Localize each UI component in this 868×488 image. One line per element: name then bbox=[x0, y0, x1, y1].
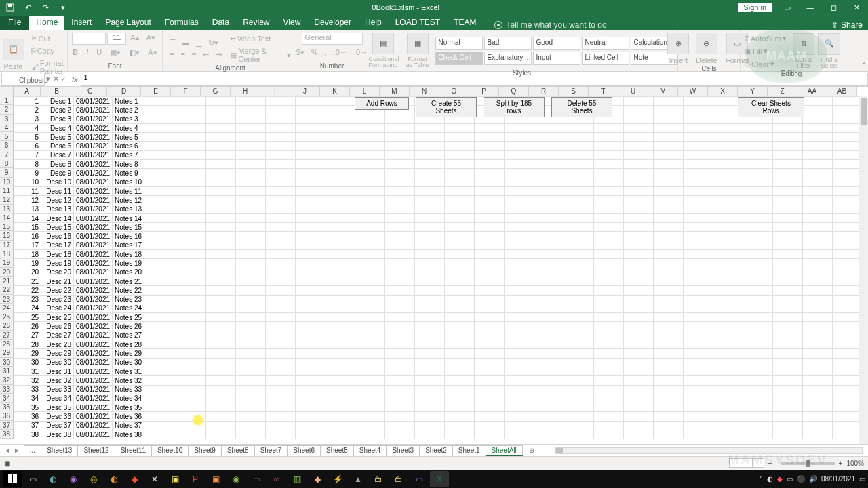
cell[interactable] bbox=[505, 142, 534, 150]
cell[interactable] bbox=[505, 214, 534, 222]
row-header[interactable]: 32 bbox=[0, 375, 14, 384]
cell[interactable] bbox=[266, 367, 296, 375]
cell[interactable] bbox=[296, 169, 326, 178]
cell[interactable] bbox=[713, 178, 743, 186]
cell[interactable]: Desc 5 bbox=[41, 133, 74, 142]
cell[interactable] bbox=[773, 385, 803, 394]
cell[interactable] bbox=[833, 394, 863, 403]
cell[interactable] bbox=[534, 322, 564, 331]
cell[interactable] bbox=[475, 123, 505, 132]
cell[interactable] bbox=[236, 178, 266, 186]
cell[interactable] bbox=[803, 331, 833, 340]
cell[interactable] bbox=[594, 223, 624, 232]
cell[interactable] bbox=[564, 142, 594, 150]
hthumb[interactable] bbox=[556, 448, 563, 453]
cell[interactable] bbox=[326, 340, 355, 349]
cell[interactable] bbox=[803, 430, 833, 439]
brave-icon[interactable]: ◆ bbox=[125, 471, 144, 487]
cell[interactable] bbox=[176, 150, 206, 159]
cell[interactable] bbox=[385, 259, 415, 268]
cell[interactable]: 08/01/2021 bbox=[74, 322, 113, 331]
cell[interactable] bbox=[415, 123, 445, 132]
cell[interactable] bbox=[624, 322, 654, 331]
cell[interactable] bbox=[594, 313, 624, 322]
cell[interactable] bbox=[594, 160, 624, 169]
cell[interactable] bbox=[326, 241, 355, 249]
split-rows-button[interactable]: Split by 185 rows bbox=[484, 97, 545, 117]
cell[interactable] bbox=[773, 358, 803, 367]
editor-icon[interactable]: ▣ bbox=[165, 471, 184, 487]
cell[interactable] bbox=[206, 295, 236, 304]
cell[interactable] bbox=[385, 403, 415, 412]
cell[interactable] bbox=[415, 232, 445, 241]
cell[interactable] bbox=[743, 358, 773, 367]
cell[interactable] bbox=[564, 412, 594, 421]
cell[interactable] bbox=[176, 250, 206, 259]
cell[interactable] bbox=[594, 186, 624, 195]
col-header[interactable]: F bbox=[171, 87, 201, 96]
cell[interactable] bbox=[385, 430, 415, 439]
cell[interactable] bbox=[684, 250, 713, 259]
cell[interactable] bbox=[355, 376, 385, 385]
cell[interactable] bbox=[773, 430, 803, 439]
cell[interactable] bbox=[206, 286, 236, 295]
cell[interactable] bbox=[743, 367, 773, 375]
cell[interactable] bbox=[326, 133, 355, 142]
cell[interactable] bbox=[833, 142, 863, 150]
cell[interactable] bbox=[385, 250, 415, 259]
cell[interactable] bbox=[146, 385, 176, 394]
cell[interactable] bbox=[594, 394, 624, 403]
cell[interactable] bbox=[803, 214, 833, 222]
cell[interactable] bbox=[385, 123, 415, 132]
cell[interactable] bbox=[713, 123, 743, 132]
cell[interactable] bbox=[266, 223, 296, 232]
row-header[interactable]: 30 bbox=[0, 358, 14, 367]
cell[interactable] bbox=[296, 160, 326, 169]
cell[interactable] bbox=[803, 295, 833, 304]
cell[interactable] bbox=[296, 97, 326, 106]
cell[interactable] bbox=[654, 115, 684, 123]
row-header[interactable]: 33 bbox=[0, 385, 14, 394]
cell[interactable] bbox=[713, 322, 743, 331]
cell[interactable] bbox=[564, 340, 594, 349]
row-header[interactable]: 3 bbox=[0, 115, 14, 123]
cell[interactable] bbox=[385, 268, 415, 277]
cell[interactable] bbox=[296, 178, 326, 186]
powerpoint-icon[interactable]: P bbox=[186, 471, 205, 487]
cell[interactable] bbox=[296, 106, 326, 115]
cell[interactable] bbox=[415, 196, 445, 205]
cell[interactable] bbox=[475, 358, 505, 367]
cell[interactable]: Desc 2 bbox=[41, 106, 74, 115]
cell[interactable]: 30 bbox=[14, 358, 41, 367]
cell[interactable] bbox=[743, 223, 773, 232]
row-header[interactable]: 23 bbox=[0, 295, 14, 304]
cell[interactable] bbox=[176, 268, 206, 277]
cell[interactable] bbox=[624, 106, 654, 115]
cell[interactable] bbox=[684, 133, 713, 142]
cell[interactable] bbox=[534, 150, 564, 159]
zoom-slider[interactable] bbox=[781, 462, 835, 465]
cell[interactable] bbox=[475, 205, 505, 214]
cell[interactable] bbox=[743, 376, 773, 385]
cell[interactable] bbox=[564, 322, 594, 331]
cell[interactable] bbox=[385, 186, 415, 195]
sheet-tab[interactable]: Sheet1 bbox=[452, 445, 486, 456]
cell[interactable]: 08/01/2021 bbox=[74, 358, 113, 367]
cell[interactable] bbox=[176, 178, 206, 186]
cell[interactable] bbox=[236, 214, 266, 222]
cell[interactable] bbox=[326, 358, 355, 367]
cell[interactable] bbox=[534, 178, 564, 186]
cell[interactable] bbox=[475, 304, 505, 312]
add-sheet-button[interactable]: ⊕ bbox=[526, 447, 538, 454]
cell[interactable] bbox=[803, 250, 833, 259]
cell[interactable] bbox=[534, 286, 564, 295]
row-header[interactable]: 2 bbox=[0, 105, 14, 114]
cell-styles-gallery[interactable]: NormalBadGoodNeutralCalculationCheck Cel… bbox=[435, 37, 678, 65]
cell[interactable] bbox=[176, 340, 206, 349]
cell[interactable] bbox=[355, 223, 385, 232]
cell[interactable] bbox=[355, 133, 385, 142]
cell[interactable] bbox=[743, 268, 773, 277]
cell[interactable] bbox=[445, 214, 475, 222]
cell[interactable] bbox=[326, 430, 355, 439]
cell[interactable] bbox=[743, 259, 773, 268]
